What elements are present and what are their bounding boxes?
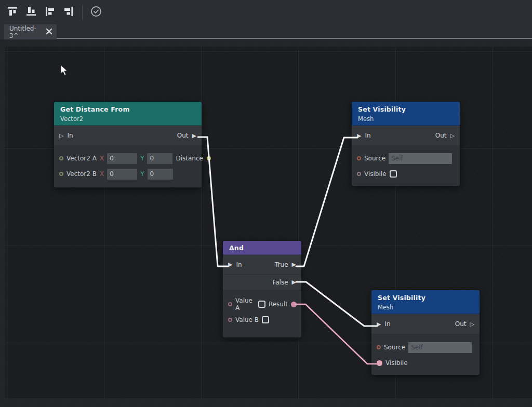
vector2b-x-input[interactable] (107, 169, 137, 180)
in-label: In (384, 320, 390, 328)
out-label: Out (177, 132, 189, 139)
validate-button[interactable] (89, 5, 103, 20)
value-b-row: Value B (223, 312, 301, 328)
align-bottom-icon (25, 5, 37, 20)
value-a-label: Value A (235, 297, 255, 311)
flow-row-in-true: ▶ In True ▶ (223, 255, 301, 274)
true-port-icon[interactable]: ▶ (292, 262, 296, 267)
false-port-icon[interactable]: ▶ (292, 279, 296, 285)
vector2b-label: Vector2 B (66, 170, 97, 178)
visible-checkbox[interactable] (390, 170, 397, 178)
visible-row: Visibile (371, 355, 480, 371)
visible-port-icon[interactable] (377, 360, 382, 366)
node-subtitle: Mesh (378, 304, 473, 311)
source-row: Source (371, 340, 480, 355)
vector2b-row: Vector2 B X Y (54, 166, 202, 182)
align-left-icon (44, 5, 56, 20)
result-port-icon[interactable] (291, 302, 297, 307)
align-top-icon (6, 5, 19, 20)
value-a-port-icon[interactable] (228, 302, 232, 306)
distance-label: Distance (176, 155, 203, 162)
node-header[interactable]: And (223, 241, 301, 255)
false-label: False (272, 279, 288, 286)
tab-close-icon[interactable] (46, 28, 52, 36)
in-label: In (67, 132, 73, 139)
node-subtitle: Mesh (358, 115, 454, 123)
toolbar-separator (82, 6, 83, 19)
node-title: And (229, 244, 295, 252)
value-b-checkbox[interactable] (262, 316, 269, 323)
node-subtitle: Vector2 (60, 115, 195, 123)
tabbar-underline (57, 38, 532, 39)
node-title: Set Visibility (358, 105, 454, 113)
visible-label: Visibile (385, 359, 408, 367)
source-label: Source (364, 155, 385, 162)
flow-row: ▷ In Out ▶ (54, 126, 202, 145)
visible-row: Visibile (352, 166, 460, 182)
out-port-icon[interactable]: ▶ (192, 133, 196, 139)
vector2b-port-icon[interactable] (59, 172, 63, 176)
source-port-icon[interactable] (357, 156, 361, 160)
validate-check-icon (90, 5, 102, 20)
true-label: True (275, 261, 288, 268)
vector2a-x-input[interactable] (107, 153, 137, 164)
source-input[interactable] (389, 153, 452, 164)
node-header[interactable]: Set Visibility Mesh (352, 102, 460, 126)
in-port-icon[interactable]: ▷ (59, 133, 63, 139)
node-and[interactable]: And ▶ In True ▶ False ▶ Value A Result V… (223, 241, 301, 337)
source-input[interactable] (408, 342, 472, 353)
node-title: Set Visibility (378, 294, 473, 302)
node-set-visibility-top[interactable]: Set Visibility Mesh ▶ In Out ▷ Source Vi… (352, 102, 460, 186)
y-axis-label: Y (140, 170, 144, 178)
source-row: Source (352, 151, 460, 166)
in-port-icon[interactable]: ▶ (357, 133, 361, 139)
flow-row: ▶ In Out ▷ (352, 126, 460, 145)
in-port-icon[interactable]: ▶ (228, 262, 232, 267)
visible-port-icon[interactable] (357, 172, 361, 176)
value-b-label: Value B (235, 316, 259, 323)
flow-row: ▶ In Out ▷ (371, 314, 480, 334)
source-label: Source (384, 344, 405, 351)
x-axis-label: X (100, 170, 104, 178)
tab-bar: Untitled-3^ (0, 24, 532, 39)
vector2a-port-icon[interactable] (59, 156, 63, 160)
out-label: Out (435, 132, 447, 139)
visible-label: Visibile (364, 170, 387, 178)
node-header[interactable]: Get Distance From Vector2 (54, 102, 202, 126)
x-axis-label: X (100, 155, 104, 162)
node-header[interactable]: Set Visibility Mesh (371, 290, 480, 314)
in-label: In (236, 261, 242, 268)
source-port-icon[interactable] (377, 345, 381, 349)
align-left-button[interactable] (43, 5, 57, 20)
result-label: Result (269, 301, 288, 308)
align-bottom-button[interactable] (24, 5, 38, 20)
vector2a-y-input[interactable] (147, 153, 172, 164)
out-port-icon[interactable]: ▷ (450, 133, 455, 139)
flow-row-false: False ▶ (223, 275, 301, 290)
in-label: In (365, 132, 370, 139)
value-a-checkbox[interactable] (258, 301, 265, 308)
tab-title: Untitled-3^ (9, 25, 42, 39)
in-port-icon[interactable]: ▶ (377, 321, 381, 327)
align-top-button[interactable] (5, 5, 20, 20)
value-b-port-icon[interactable] (228, 318, 232, 322)
align-right-button[interactable] (61, 5, 76, 20)
node-title: Get Distance From (60, 105, 195, 113)
vector2a-row: Vector2 A X Y Distance (54, 151, 202, 166)
tab-untitled-3[interactable]: Untitled-3^ (4, 24, 57, 39)
node-get-distance-from[interactable]: Get Distance From Vector2 ▷ In Out ▶ Vec… (54, 102, 202, 187)
distance-port-icon[interactable] (207, 156, 211, 160)
vector2b-y-input[interactable] (148, 169, 173, 180)
align-right-icon (62, 5, 75, 20)
out-port-icon[interactable]: ▷ (470, 321, 474, 327)
value-a-row: Value A Result (223, 296, 301, 312)
toolbar (0, 0, 532, 24)
vector2a-label: Vector2 A (66, 155, 97, 162)
out-label: Out (455, 320, 467, 328)
y-axis-label: Y (140, 155, 144, 162)
node-set-visibility-bottom[interactable]: Set Visibility Mesh ▶ In Out ▷ Source Vi… (371, 290, 480, 375)
